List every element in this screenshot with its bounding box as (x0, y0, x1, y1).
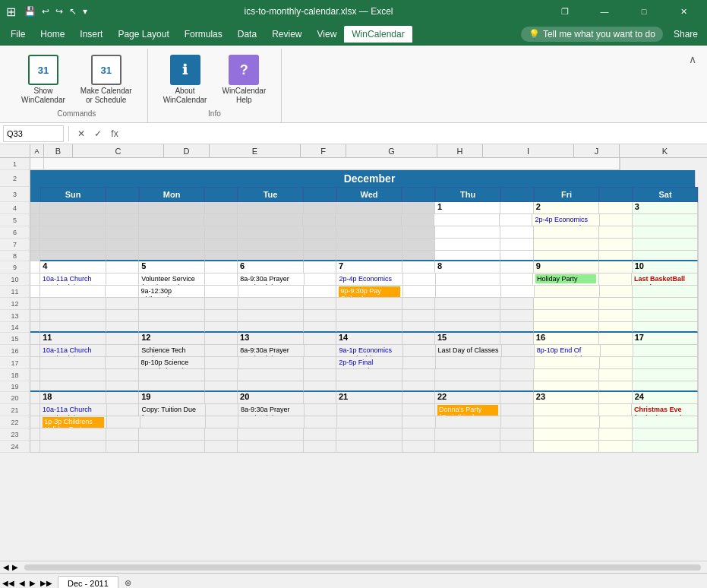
help-icon: ? (240, 62, 248, 78)
help-label: WinCalendarHelp (222, 87, 266, 105)
commands-group-label: Commands (57, 109, 96, 119)
menu-data[interactable]: Data (230, 26, 264, 43)
grid-row-15: 15 11 12 13 14 15 16 17 (0, 333, 707, 345)
event-basketball: Last BasketBall Match (634, 275, 685, 286)
grid-row-9: 9 4 5 6 7 8 9 10 (0, 261, 707, 273)
window-minimize-btn[interactable]: — (587, 0, 622, 23)
about-wincal-button[interactable]: ℹ AboutWinCalendar (157, 52, 213, 108)
col-g: G (346, 144, 437, 157)
tell-me-text: Tell me what you want to do (543, 29, 655, 40)
event-volunteer: Volunteer Service (St Vincents) (141, 275, 195, 286)
menu-file[interactable]: File (3, 26, 33, 43)
show-wincal-icon: 31 (38, 65, 49, 76)
formula-confirm-btn[interactable]: ✓ (90, 126, 106, 141)
grid-row-13: 13 (0, 310, 707, 322)
event-econ-7: 2p-4p Economics Lecture 101 (339, 275, 392, 286)
grid-row-6: 6 (0, 226, 707, 239)
save-quick-icon[interactable]: 💾 (22, 6, 38, 17)
cursor-icon: ↖ (67, 6, 79, 17)
grid-row-12: 12 (0, 298, 707, 310)
grid-row-19: 19 (0, 381, 707, 392)
event-science-dinner: 8p-10p Science Foundation Dinner (141, 359, 197, 369)
event-philosophy: 9a-12:30p Philosophy 101 (141, 287, 188, 298)
window-maximize-btn[interactable]: □ (627, 0, 661, 23)
formula-cancel-btn[interactable]: ✕ (74, 126, 89, 141)
more-quick-icon[interactable]: ▾ (80, 6, 90, 17)
bottom-bar: ◀◀ ◀ ▶ ▶▶ Dec - 2011 ⊕ (0, 573, 707, 588)
window-close-btn[interactable]: ✕ (666, 0, 701, 23)
tell-me-box[interactable]: 💡 Tell me what you want to do (521, 27, 663, 42)
ribbon-group-info: ℹ AboutWinCalendar ? WinCalendarHelp Inf… (148, 49, 282, 122)
share-button[interactable]: Share (668, 29, 704, 40)
event-prayer-13: 8a-9:30a Prayer Service (First Methodist… (240, 346, 289, 357)
event-church-18: 10a-11a Church Service (First Methodist) (43, 406, 92, 416)
menu-insert[interactable]: Insert (72, 26, 110, 43)
redo-quick-icon[interactable]: ↪ (53, 6, 65, 17)
window-restore-icon[interactable]: ❐ (548, 0, 582, 23)
event-tuition: Copy: Tuition Due for Next Semester (141, 406, 197, 416)
menu-review[interactable]: Review (264, 26, 309, 43)
grid-row-14: 14 (0, 322, 707, 333)
event-econ-final: 9a-1p Economics 101 Final (Cueter Hall) (339, 346, 392, 357)
grid-row-17: 17 8p-10p Science Foundation Dinner 2p-5… (0, 357, 707, 369)
cell-reference-input[interactable] (3, 125, 64, 142)
add-sheet-btn[interactable]: ⊕ (118, 576, 137, 588)
tab-nav-left-icon[interactable]: ◀◀ (0, 579, 17, 587)
grid-row-24: 24 (0, 441, 707, 453)
tab-nav-next-icon[interactable]: ▶ (27, 579, 38, 587)
grid-row-3: 3 Sun Mon Tue Wed Thu Fri (0, 187, 707, 202)
event-christmas-eve: Christmas Eve (United States) (634, 406, 683, 416)
undo-quick-icon[interactable]: ↩ (39, 6, 52, 17)
sheet-tab[interactable]: Dec - 2011 (58, 576, 118, 588)
scroll-left-icon[interactable]: ◀ (3, 563, 9, 571)
event-end-semester: 8p-10p End Of Semester Drinks (McFarleys… (537, 346, 588, 357)
menu-bar: File Home Insert Page Layout Formulas Da… (0, 23, 707, 46)
menu-page-layout[interactable]: Page Layout (110, 26, 176, 43)
col-a: A (30, 144, 44, 157)
grid-row-23: 23 (0, 428, 707, 441)
about-icon: ℹ (182, 62, 188, 78)
day-fri: Fri (561, 190, 572, 199)
formula-input[interactable] (125, 129, 704, 138)
title-bar: ⊞ 💾 ↩ ↪ ↖ ▾ ics-to-monthly-calendar.xlsx… (0, 0, 707, 23)
make-cal-label: Make Calendaror Schedule (80, 87, 132, 105)
about-label: AboutWinCalendar (163, 87, 207, 105)
grid-row-11: 11 9a-12:30p Philosophy 101 9p-9:30p Pay… (0, 286, 707, 298)
event-prayer-6: 8a-9:30a Prayer Service (First Methodist… (240, 275, 289, 286)
grid-row-22: 22 1p-3p Childrens Holiday Party (0, 416, 707, 428)
event-citibank: 9p-9:30p Pay Citibank (339, 286, 400, 298)
col-c: C (73, 144, 164, 157)
grid-row-7: 7 (0, 239, 707, 251)
event-church-11: 10a-11a Church Service (First Methodist) (43, 346, 92, 357)
grid-row-1: 1 (0, 158, 707, 170)
col-b: B (44, 144, 73, 157)
wincal-help-button[interactable]: ? WinCalendarHelp (216, 52, 272, 108)
menu-formulas[interactable]: Formulas (177, 26, 230, 43)
grid-row-8: 8 (0, 251, 707, 261)
horizontal-scroll-bar[interactable]: ◀ ▶ (0, 561, 707, 573)
grid-row-21: 21 10a-11a Church Service (First Methodi… (0, 404, 707, 416)
menu-home[interactable]: Home (33, 26, 72, 43)
event-2p-4p: 2p-4p Economics Lecture Last Class (535, 216, 592, 226)
make-calendar-button[interactable]: 31 Make Calendaror Schedule (74, 52, 138, 108)
column-header-row: A B C D E F G H I J K L M N O (0, 144, 707, 158)
show-wincalendar-button[interactable]: 31 ShowWinCalendar (15, 52, 71, 108)
tab-nav-last-icon[interactable]: ▶▶ (38, 579, 55, 587)
day-thu: Thu (460, 190, 475, 199)
tab-nav-prev-icon[interactable]: ◀ (17, 579, 27, 587)
menu-view[interactable]: View (310, 26, 345, 43)
col-k: K (620, 144, 707, 157)
menu-wincalendar[interactable]: WinCalendar (344, 26, 412, 43)
formula-insert-btn[interactable]: fx (107, 126, 122, 141)
grid-row-20: 20 18 19 20 21 22 23 24 (0, 392, 707, 404)
ribbon: 31 ShowWinCalendar 31 Make Calendaror Sc… (0, 46, 707, 123)
formula-bar: ✕ ✓ fx (0, 123, 707, 144)
event-final-pres: 2p-5p Final Presentation (Kennedy Center… (339, 359, 393, 369)
event-childrens-party: 1p-3p Childrens Holiday Party (43, 417, 104, 428)
ribbon-collapse-btn[interactable]: ∧ (684, 52, 701, 67)
grid-row-10: 10 10a-11a Church Service (First Methodi… (0, 273, 707, 286)
day-wed: Wed (361, 190, 378, 199)
grid-row-5: 5 2p-4p Economics Lecture Last Class (0, 214, 707, 226)
day-sun: Sun (65, 190, 81, 199)
scroll-right-icon[interactable]: ▶ (12, 563, 18, 571)
